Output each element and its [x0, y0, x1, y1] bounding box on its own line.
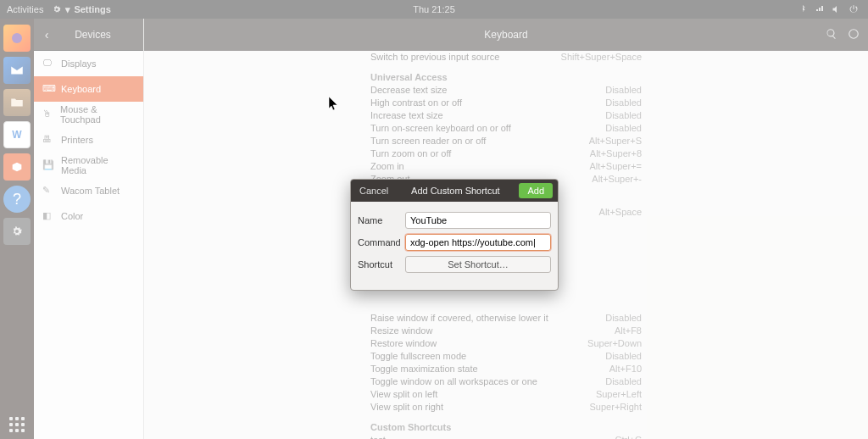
- add-shortcut-dialog: Cancel Add Custom Shortcut Add Name Comm…: [350, 179, 559, 291]
- add-button[interactable]: Add: [519, 183, 553, 198]
- set-shortcut-button[interactable]: Set Shortcut…: [405, 256, 551, 273]
- command-input[interactable]: [405, 234, 551, 251]
- name-label: Name: [358, 215, 405, 225]
- shortcut-label: Shortcut: [358, 259, 405, 270]
- cancel-button[interactable]: Cancel: [351, 186, 397, 196]
- dialog-title: Add Custom Shortcut: [397, 186, 514, 196]
- dialog-header: Cancel Add Custom Shortcut Add: [351, 180, 558, 202]
- command-label: Command: [358, 237, 405, 247]
- name-input[interactable]: [405, 212, 551, 229]
